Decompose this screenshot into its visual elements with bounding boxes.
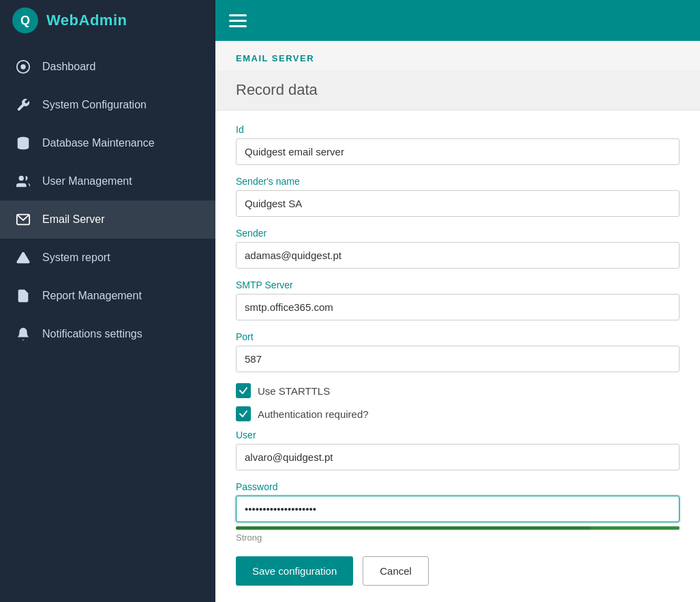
sender-label: Sender — [236, 228, 680, 239]
user-input[interactable] — [236, 444, 680, 470]
form-body: Id Sender's name Sender SMTP Server Port — [215, 110, 700, 602]
sidebar-item-report-management[interactable]: Report Management — [0, 277, 215, 315]
smtp-group: SMTP Server — [236, 280, 680, 320]
smtp-input[interactable] — [236, 294, 680, 320]
wrench-icon — [14, 95, 33, 115]
sidebar-label-email-server: Email Server — [42, 213, 105, 226]
app-logo: Q — [12, 7, 38, 33]
svg-point-1 — [20, 64, 25, 69]
record-card: Record data Id Sender's name Sender SMTP… — [215, 70, 700, 602]
alert-icon — [14, 248, 33, 267]
sidebar-item-dashboard[interactable]: Dashboard — [0, 48, 215, 86]
smtp-label: SMTP Server — [236, 280, 680, 290]
database-icon — [14, 134, 33, 153]
dashboard-icon — [14, 57, 33, 76]
save-button[interactable]: Save configuration — [236, 556, 353, 586]
sidebar: Q WebAdmin Dashboard System Configuratio… — [0, 0, 215, 602]
password-input[interactable] — [236, 496, 680, 522]
sender-name-input[interactable] — [236, 190, 680, 217]
port-input[interactable] — [236, 346, 680, 372]
user-group: User — [236, 430, 680, 470]
sidebar-label-user-management: User Management — [42, 175, 132, 187]
port-label: Port — [236, 331, 680, 342]
sidebar-label-notifications-settings: Notifications settings — [42, 328, 142, 340]
svg-point-3 — [19, 176, 24, 181]
content-area: EMAIL SERVER Record data Id Sender's nam… — [215, 41, 700, 602]
auth-group: Authentication required? — [236, 406, 680, 421]
sidebar-item-user-management[interactable]: User Management — [0, 162, 215, 200]
sidebar-label-database-maintenance: Database Maintenance — [42, 137, 155, 149]
id-group: Id — [236, 124, 680, 165]
topbar — [215, 0, 700, 41]
sidebar-nav: Dashboard System Configuration Database … — [0, 41, 215, 602]
starttls-label: Use STARTTLS — [258, 385, 330, 397]
bell-icon — [14, 325, 33, 344]
auth-label: Authentication required? — [258, 408, 369, 420]
sidebar-header: Q WebAdmin — [0, 0, 215, 41]
starttls-group: Use STARTTLS — [236, 383, 680, 398]
sidebar-label-system-configuration: System Configuration — [42, 99, 147, 111]
cancel-button[interactable]: Cancel — [363, 556, 429, 586]
menu-button[interactable] — [229, 14, 247, 27]
main-area: EMAIL SERVER Record data Id Sender's nam… — [215, 0, 700, 602]
password-group: Password Strong — [236, 481, 680, 543]
sender-input[interactable] — [236, 242, 680, 269]
user-label: User — [236, 430, 680, 440]
sidebar-item-system-configuration[interactable]: System Configuration — [0, 86, 215, 124]
id-input[interactable] — [236, 138, 680, 165]
port-group: Port — [236, 331, 680, 372]
strength-label: Strong — [236, 532, 680, 543]
password-strength-bar — [236, 526, 680, 530]
password-label: Password — [236, 481, 680, 492]
sidebar-item-notifications-settings[interactable]: Notifications settings — [0, 315, 215, 353]
app-title: WebAdmin — [46, 12, 127, 29]
id-label: Id — [236, 124, 680, 135]
card-title: Record data — [215, 70, 700, 110]
section-label: EMAIL SERVER — [215, 41, 700, 70]
auth-checkbox[interactable] — [236, 406, 251, 421]
file-icon — [14, 286, 33, 305]
starttls-checkbox[interactable] — [236, 383, 251, 398]
sidebar-item-database-maintenance[interactable]: Database Maintenance — [0, 124, 215, 162]
sidebar-item-system-report[interactable]: System report — [0, 239, 215, 277]
sidebar-label-dashboard: Dashboard — [42, 61, 95, 73]
email-icon — [14, 210, 33, 229]
sender-name-group: Sender's name — [236, 176, 680, 217]
sidebar-label-system-report: System report — [42, 252, 110, 264]
sender-group: Sender — [236, 228, 680, 269]
form-actions: Save configuration Cancel — [236, 556, 680, 586]
sidebar-item-email-server[interactable]: Email Server — [0, 200, 215, 239]
sidebar-label-report-management: Report Management — [42, 290, 142, 302]
users-icon — [14, 172, 33, 191]
sender-name-label: Sender's name — [236, 176, 680, 187]
